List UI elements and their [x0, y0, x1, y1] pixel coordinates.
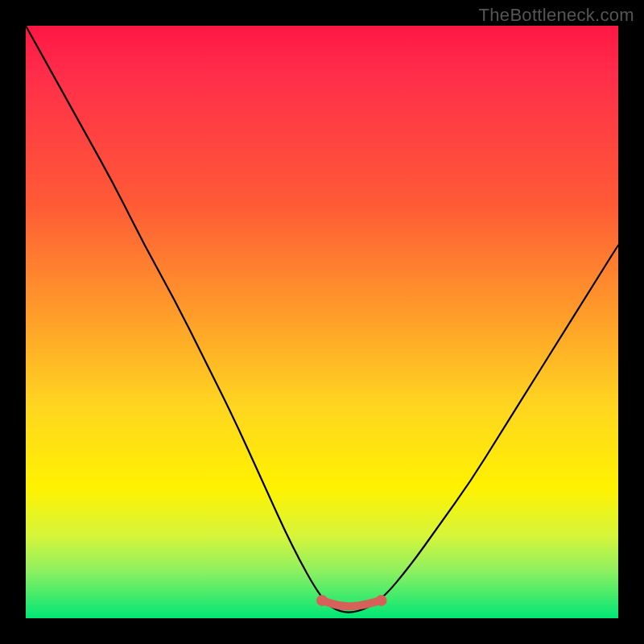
watermark-label: TheBottleneck.com	[479, 5, 634, 26]
curve-svg	[26, 26, 618, 618]
chart-frame: TheBottleneck.com	[0, 0, 644, 644]
highlight-segment	[322, 601, 382, 606]
highlight-dot-left	[316, 595, 328, 606]
plot-area	[26, 26, 618, 618]
bottleneck-curve-path	[26, 26, 618, 613]
highlight-dot-right	[376, 595, 387, 606]
